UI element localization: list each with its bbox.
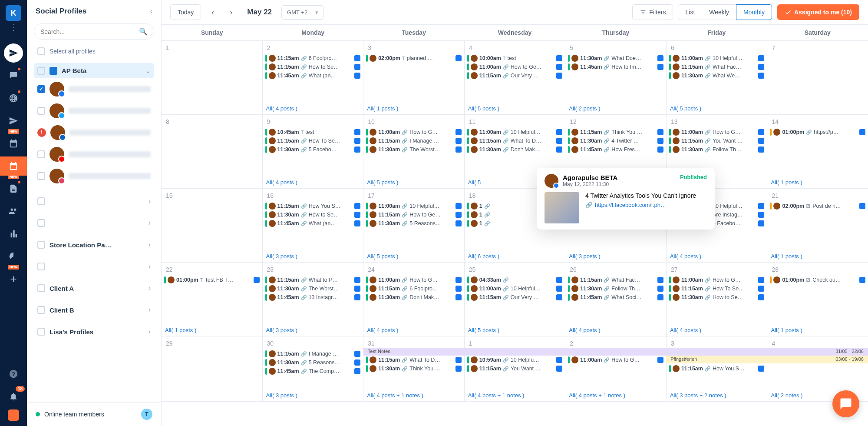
calendar-post[interactable]: 11:15am🔗How You S…: [669, 364, 765, 373]
calendar-post[interactable]: 11:30am🔗Follow Th…: [568, 284, 663, 293]
calendar-day-cell[interactable]: 302:00pmTplanned …All( 1 posts ): [363, 41, 465, 114]
calendar-post[interactable]: 11:15am🔗What to P…: [265, 276, 361, 284]
calendar-post[interactable]: 11:30am🔗How to Se…: [265, 210, 361, 219]
calendar-day-cell[interactable]: 2504:33am🔗11:00am🔗10 Helpful…11:15am🔗Our…: [465, 263, 566, 336]
show-all-posts-link[interactable]: All( 4 posts ): [670, 327, 701, 333]
profile-checkbox[interactable]: [37, 107, 45, 115]
calendar-note-bar[interactable]: Test Notes31/05 - 22/06: [363, 348, 868, 356]
calendar-post[interactable]: 11:00am🔗10 Helpful…: [669, 54, 765, 63]
calendar-post[interactable]: 11:45am🔗How to Im…: [568, 63, 663, 71]
calendar-post[interactable]: 11:00am🔗How to G…: [366, 128, 462, 136]
calendar-day-cell[interactable]: 2411:00am🔗How to G…11:15am🔗6 Foolpro…11:…: [363, 263, 465, 336]
select-all-profiles[interactable]: Select all profiles: [27, 43, 161, 60]
profile-group-store[interactable]: Store Location Pa…›: [34, 237, 154, 252]
calendar-post[interactable]: 11:45am🔗What (an…: [265, 71, 361, 80]
calendar-post[interactable]: 04:33am🔗: [467, 276, 563, 284]
show-all-posts-link[interactable]: All( 1 posts ): [165, 327, 196, 333]
calendar-post[interactable]: 11:00am🔗How to G…: [669, 128, 765, 136]
calendar-day-cell[interactable]: 8: [162, 115, 263, 188]
profile-group-ca[interactable]: Client A›: [34, 281, 154, 296]
calendar-day-cell[interactable]: 1611:15am🔗How You S…11:30am🔗How to Se…11…: [263, 189, 364, 262]
show-all-posts-link[interactable]: All( 1 posts ): [771, 327, 802, 333]
calendar-post[interactable]: 11:15am🔗What To D…: [467, 136, 563, 145]
show-all-posts-link[interactable]: All( 5: [468, 179, 481, 186]
group-checkbox[interactable]: [37, 306, 45, 314]
calendar-post[interactable]: 11:45am🔗What (an…: [265, 219, 361, 228]
profile-group-g2[interactable]: ›: [34, 194, 154, 209]
view-monthly-button[interactable]: Monthly: [736, 4, 772, 20]
calendar-day-cell[interactable]: 910:45amTtest11:15am🔗How To Se…11:30am🔗5…: [263, 115, 364, 188]
profile-checkbox[interactable]: [37, 85, 45, 93]
nav-add-icon[interactable]: [4, 270, 23, 289]
show-all-posts-link[interactable]: All( 2 posts ): [569, 105, 600, 112]
show-all-posts-link[interactable]: All( 5 posts ): [468, 105, 499, 112]
nav-inbox-icon[interactable]: [4, 66, 23, 85]
calendar-post[interactable]: 11:30am🔗Don't Mak…: [366, 293, 462, 302]
calendar-post[interactable]: 11:15am🔗How to Se…: [265, 63, 361, 71]
calendar-post[interactable]: 11:30am🔗5 Reasons…: [366, 219, 462, 228]
show-all-posts-link[interactable]: All( 4 posts + 1 notes ): [367, 392, 423, 399]
calendar-post[interactable]: 11:45am🔗What Soci…: [568, 293, 663, 302]
calendar-post[interactable]: 01:00pmTTest FB T…: [164, 276, 260, 284]
nav-publish-icon[interactable]: [4, 43, 23, 63]
calendar-day-cell[interactable]: 4All( 2 notes ): [767, 336, 868, 401]
show-all-posts-link[interactable]: All( 4 posts ): [367, 327, 398, 333]
calendar-day-cell[interactable]: 410:00amTtest11:00am🔗How to Ge…11:15am🔗O…: [465, 41, 566, 114]
calendar-post[interactable]: 11:30am🔗5 Facebo…: [265, 145, 361, 154]
calendar-post[interactable]: 11:15am🔗How To Se…: [265, 136, 361, 145]
calendar-post[interactable]: 11:00am🔗How to Ge…: [467, 63, 563, 71]
calendar-day-cell[interactable]: 2611:15am🔗What Fac…11:30am🔗Follow Th…11:…: [565, 263, 667, 336]
calendar-post[interactable]: 11:15am🔗6 Foolpro…: [366, 284, 462, 293]
calendar-post[interactable]: 11:00am🔗10 Helpful…: [467, 128, 563, 136]
show-all-posts-link[interactable]: All( 3 posts ): [569, 253, 600, 260]
nav-calendar-new-icon[interactable]: NEW: [0, 156, 27, 176]
profile-group-ap_beta[interactable]: AP Beta⌄: [34, 63, 154, 78]
show-all-posts-link[interactable]: All( 2 notes ): [771, 392, 802, 399]
calendar-post[interactable]: 02:00pm🖼Post de n…: [770, 202, 865, 210]
calendar-day-cell[interactable]: 511:30am🔗What Doe…11:45am🔗How to Im…All(…: [565, 41, 667, 114]
profile-item[interactable]: !: [34, 122, 154, 143]
calendar-post[interactable]: 11:15am🔗Our Very …: [467, 293, 563, 302]
calendar-post[interactable]: 10:45amTtest: [265, 128, 361, 136]
calendar-day-cell[interactable]: 3111:15am🔗What To D…11:30am🔗Think You …A…: [363, 336, 465, 401]
calendar-post[interactable]: 02:00pmTplanned …: [366, 54, 462, 63]
calendar-post[interactable]: 11:15am🔗6 Foolpro…: [265, 54, 361, 63]
show-all-posts-link[interactable]: All( 5 posts ): [670, 105, 701, 112]
view-weekly-button[interactable]: Weekly: [702, 4, 736, 20]
profile-item[interactable]: [34, 143, 154, 165]
collapse-sidebar-icon[interactable]: ‹: [150, 7, 152, 15]
group-checkbox[interactable]: [37, 241, 45, 249]
profile-item[interactable]: [34, 100, 154, 122]
show-all-posts-link[interactable]: All( 4 posts ): [569, 327, 600, 333]
profile-group-g5[interactable]: ›: [34, 259, 154, 274]
show-all-posts-link[interactable]: All( 4 posts + 1 notes ): [468, 392, 525, 399]
show-all-posts-link[interactable]: All( 3 posts + 2 notes ): [670, 392, 726, 399]
calendar-post[interactable]: 11:45am🔗13 Instagr…: [265, 293, 361, 302]
show-all-posts-link[interactable]: All( 4 posts ): [266, 179, 297, 186]
show-all-posts-link[interactable]: All( 4 posts ): [670, 253, 701, 260]
calendar-day-cell[interactable]: 211:15am🔗6 Foolpro…11:15am🔗How to Se…11:…: [263, 41, 364, 114]
timezone-select[interactable]: GMT +2▾: [281, 5, 324, 20]
show-all-posts-link[interactable]: All( 4 posts + 1 notes ): [569, 392, 625, 399]
calendar-post[interactable]: 11:30am🔗Follow Th…: [669, 145, 765, 154]
search-input-wrapper[interactable]: 🔍: [34, 23, 154, 40]
profile-item[interactable]: [34, 165, 154, 187]
calendar-day-cell[interactable]: 3011:15am🔗I Manage …11:30am🔗5 Reasons…11…: [263, 336, 364, 401]
calendar-day-cell[interactable]: 2102:00pm🖼Post de n…All( 1 posts ): [767, 189, 868, 262]
calendar-day-cell[interactable]: 311:15am🔗How You S…All( 3 posts + 2 note…: [667, 336, 768, 401]
show-all-posts-link[interactable]: All( 1 posts ): [367, 105, 398, 112]
calendar-post[interactable]: 11:45am🔗How Fres…: [568, 145, 663, 154]
popover-link[interactable]: 🔗 https://l.facebook.com/l.ph…: [585, 202, 707, 208]
calendar-day-cell[interactable]: 2711:00am🔗How to G…11:15am🔗How To Se…11:…: [667, 263, 768, 336]
calendar-post[interactable]: 11:15am🔗How To Se…: [669, 284, 765, 293]
group-checkbox[interactable]: [37, 263, 45, 270]
calendar-post[interactable]: 11:15am🔗What Fac…: [568, 276, 663, 284]
show-all-posts-link[interactable]: All( 4 posts ): [266, 105, 297, 112]
calendar-post[interactable]: 11:30am🔗What Doe…: [568, 54, 663, 63]
calendar-day-cell[interactable]: 611:00am🔗10 Helpful…11:15am🔗What Fac…11:…: [667, 41, 768, 114]
workspace-more[interactable]: ⋮: [10, 23, 17, 32]
calendar-post[interactable]: 01:00pm🔗https://p…: [770, 128, 865, 136]
prev-month-button[interactable]: ‹: [206, 6, 219, 19]
calendar-post[interactable]: 11:30am🔗Think You …: [366, 364, 462, 373]
profile-checkbox[interactable]: [37, 150, 45, 158]
